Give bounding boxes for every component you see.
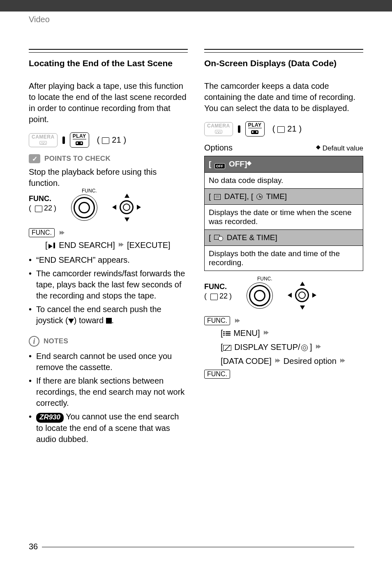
func-box: FUNC. (29, 228, 55, 237)
chevron-icon (233, 317, 241, 324)
mode-camera: CAMERA (29, 133, 58, 147)
list-item: To cancel the end search push the joysti… (29, 304, 188, 326)
chevron-icon (262, 329, 270, 336)
end-search-icon (48, 240, 55, 252)
display-icon (223, 345, 231, 351)
page-number: 36 (29, 542, 354, 551)
step-line: [ END SEARCH] [EXECUTE] (29, 239, 188, 252)
func-row: FUNC. ( 22) FUNC. (29, 194, 188, 221)
joystick-icon (288, 282, 316, 309)
func-label: FUNC. (204, 282, 232, 291)
mode-row: CAMERA PLAY ( 21) (29, 132, 188, 148)
menu-icon (223, 331, 231, 337)
down-triangle-icon (68, 319, 74, 324)
func-dial-icon: FUNC. (247, 282, 273, 309)
func-ref: 22 (219, 292, 228, 301)
step-line: [ DISPLAY SETUP/ ] (204, 341, 363, 353)
list-item: “END SEARCH” appears. (29, 255, 188, 266)
func-row: FUNC. ( 22) FUNC. (204, 282, 363, 309)
points-heading: POINTS TO CHECK (44, 155, 111, 163)
model-badge: ZR930 (36, 413, 64, 423)
page-ref: ( 21) (92, 135, 127, 145)
right-column: On-Screen Displays (Data Code) The camco… (204, 49, 363, 447)
left-title: Locating the End of the Last Scene (29, 58, 188, 68)
joystick-icon (112, 194, 141, 221)
notes-heading: NOTES (44, 337, 68, 345)
right-title: On-Screen Displays (Data Code) (204, 58, 363, 68)
mode-play: PLAY (245, 121, 265, 137)
right-intro: The camcorder keeps a data code containi… (204, 81, 363, 114)
section-label: Video (29, 15, 50, 24)
calendar-clock-icon (214, 235, 223, 241)
check-icon: ✓ (29, 154, 40, 163)
left-intro: After playing back a tape, use this func… (29, 81, 188, 125)
language-icon (301, 345, 308, 351)
step-line: [DATA CODE] Desired option (204, 355, 363, 367)
func-ref: 22 (44, 204, 52, 213)
chevron-icon (58, 229, 65, 236)
func-box: FUNC. (204, 316, 230, 325)
book-icon (277, 126, 285, 132)
opt-both-desc: Displays both the date and time of the r… (205, 246, 363, 271)
list-item: The camcorder rewinds/fast forwards the … (29, 268, 188, 301)
calendar-icon (214, 194, 221, 200)
chevron-icon (314, 343, 322, 350)
list-item: ZR930 You cannot use the end search to l… (29, 411, 188, 445)
mode-row: CAMERA PLAY ( 21) (204, 121, 363, 137)
opt-off-desc: No data code display. (205, 173, 363, 189)
chevron-icon (274, 357, 281, 364)
mode-play: PLAY (70, 132, 89, 148)
page-ref: ( 21) (268, 124, 302, 134)
mode-camera: CAMERA (204, 122, 233, 136)
clock-icon (256, 194, 263, 200)
opt-both-head: [ DATE & TIME] (205, 230, 363, 246)
func-box: FUNC. (204, 370, 230, 379)
notes-bullets: End search cannot be used once you remov… (29, 351, 188, 445)
result-bullets: “END SEARCH” appears. The camcorder rewi… (29, 255, 188, 326)
func-label: FUNC. (29, 194, 56, 203)
stop-icon (106, 318, 112, 324)
step-line: [ MENU] (204, 327, 363, 339)
opt-off-head: [ OFF OFF]◆ (205, 156, 363, 173)
chevron-icon (117, 241, 125, 248)
list-item: End search cannot be used once you remov… (29, 351, 188, 373)
options-label: Options (204, 143, 233, 153)
options-table: [ OFF OFF]◆ No data code display. [ DATE… (204, 156, 363, 271)
list-item: If there are blank sections between reco… (29, 375, 188, 409)
off-icon: OFF (214, 163, 225, 169)
left-column: Locating the End of the Last Scene After… (29, 49, 188, 447)
opt-datetime-head: [ DATE], [ TIME] (205, 189, 363, 205)
book-icon (102, 137, 109, 143)
top-bar (0, 0, 392, 12)
info-icon: i (29, 336, 39, 347)
mode-separator (238, 125, 240, 133)
chevron-icon (339, 357, 346, 364)
func-dial-icon: FUNC. (71, 194, 97, 221)
opt-datetime-desc: Displays the date or time when the scene… (205, 205, 363, 230)
book-icon (210, 294, 218, 299)
mode-separator (62, 137, 65, 144)
points-body: Stop the playback before using this func… (29, 167, 188, 189)
book-icon (35, 206, 42, 211)
default-label: ◆ Default value (316, 144, 363, 153)
